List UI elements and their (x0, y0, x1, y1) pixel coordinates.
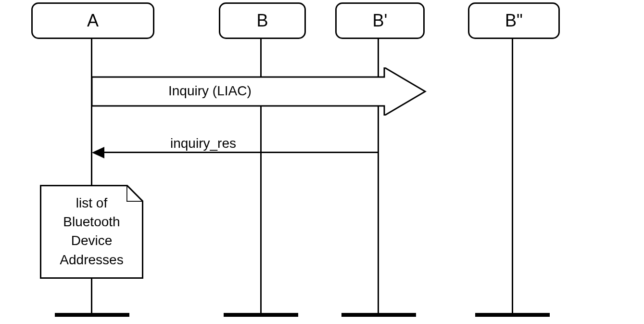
response-arrow-line (96, 152, 379, 153)
response-label: inquiry_res (170, 136, 236, 151)
participant-b-double: B" (468, 2, 560, 39)
note-line-1: list of (46, 194, 137, 212)
lifeline-b-prime-end (341, 313, 416, 317)
participant-a-label: A (87, 11, 99, 31)
note-line-4: Addresses (46, 250, 137, 269)
inquiry-label: Inquiry (LIAC) (168, 83, 252, 99)
participant-b-prime: B' (335, 2, 425, 39)
note-box: list of Bluetooth Device Addresses (40, 185, 143, 279)
inquiry-arrow (91, 67, 428, 116)
participant-b-label: B (256, 11, 268, 31)
participant-b-double-label: B" (505, 11, 523, 31)
lifeline-a-end (55, 313, 129, 317)
lifeline-b-double (512, 38, 513, 314)
sequence-diagram: A B B' B" Inquiry (LIAC) inquiry_res (0, 0, 644, 324)
lifeline-b-end (224, 313, 298, 317)
note-line-2: Bluetooth (46, 212, 137, 231)
svg-marker-0 (92, 67, 425, 116)
participant-b: B (219, 2, 306, 39)
note-corner-icon (126, 185, 143, 202)
participant-b-prime-label: B' (373, 11, 388, 31)
participant-a: A (31, 2, 154, 39)
response-arrowhead-icon (92, 146, 105, 159)
note-line-3: Device (46, 231, 137, 250)
lifeline-b-double-end (475, 313, 550, 317)
svg-marker-1 (92, 147, 104, 158)
